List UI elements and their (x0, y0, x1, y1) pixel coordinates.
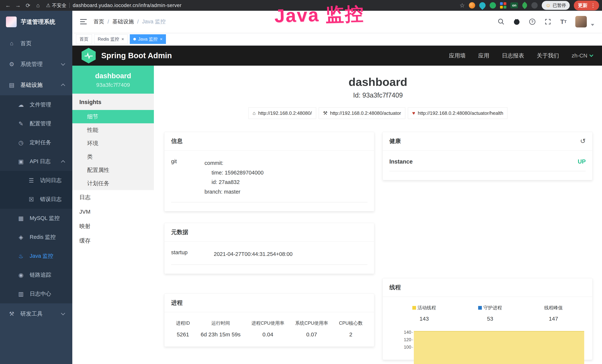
sidebar-item-log-center[interactable]: ▥ 日志中心 (0, 284, 72, 303)
avatar-caret-icon[interactable] (591, 24, 594, 26)
sidebar-item-home[interactable]: ⌂ 首页 (0, 33, 72, 54)
link-url: http://192.168.0.2:48080/ (258, 110, 312, 116)
tab-home[interactable]: 首页 (76, 34, 92, 44)
sba-nav-applications[interactable]: 应用 (478, 52, 489, 60)
health-instance-row[interactable]: Instance UP (389, 158, 586, 171)
info-card: 信息 git commit: time: 1596289704000 id: 2… (164, 132, 374, 211)
tab-java-monitor[interactable]: Java 监控 × (130, 34, 166, 44)
y-tick: 100 (389, 343, 411, 351)
bookmark-star-icon[interactable]: ☆ (460, 2, 465, 9)
browser-home-icon[interactable]: ⌂ (33, 2, 43, 9)
sba-nav-links: 应用墙 应用 日志报表 关于我们 zh-CN (449, 52, 593, 60)
sba-item-config-props[interactable]: 配置属性 (72, 163, 154, 177)
actuator-url-link[interactable]: ⚒ http://192.168.0.2:48080/actuator (319, 107, 405, 119)
sba-nav-wallboard[interactable]: 应用墙 (449, 52, 465, 60)
gear-icon: ⚙ (8, 61, 16, 68)
svg-text:?: ? (531, 20, 534, 24)
profile-paused-badge[interactable]: ☺ 已暂停 (542, 1, 570, 10)
leaf-extension-icon[interactable] (521, 2, 528, 9)
cards-grid: 信息 git commit: time: 1596289704000 id: 2… (154, 132, 602, 360)
legend-daemon-threads: 守护进程 53 (478, 305, 502, 322)
tab-close-icon[interactable]: × (121, 37, 124, 41)
sidebar-item-scheduled-job[interactable]: ◷ 定时任务 (0, 133, 72, 152)
fox-extension-icon[interactable] (469, 2, 475, 9)
sba-item-caches[interactable]: 缓存 (72, 234, 154, 248)
sidebar-item-file-manage[interactable]: ☁ 文件管理 (0, 95, 72, 114)
stat-process-cpu: 进程CPU使用率 0.04 (251, 320, 284, 338)
on-badge-extension-icon[interactable]: on (510, 2, 518, 8)
sba-nav-about[interactable]: 关于我们 (537, 52, 559, 60)
security-label[interactable]: 不安全 (52, 2, 66, 9)
sba-nav-journal[interactable]: 日志报表 (502, 52, 524, 60)
metadata-key: startup (171, 249, 214, 259)
sidebar-item-label: Java 监控 (30, 252, 53, 260)
fullscreen-icon[interactable] (544, 18, 552, 25)
grid-extension-icon[interactable] (500, 2, 506, 9)
stat-label: CPU核心数 (339, 320, 363, 326)
sidebar-item-mysql-monitor[interactable]: ▦ MySQL 监控 (0, 209, 72, 228)
cards-left-column: 信息 git commit: time: 1596289704000 id: 2… (164, 132, 374, 360)
legend-value: 53 (478, 316, 502, 322)
service-url-link[interactable]: ⌂ http://192.168.0.2:48080/ (248, 107, 316, 119)
infra-submenu: ☁ 文件管理 ✎ 配置管理 ◷ 定时任务 ▣ API 日志 ☰ (0, 95, 72, 303)
sba-item-mappings[interactable]: 映射 (72, 219, 154, 234)
instance-title: dashboard (154, 75, 602, 88)
sba-item-details[interactable]: 细节 (72, 110, 154, 123)
sba-item-label: 日志 (79, 193, 90, 201)
sba-item-performance[interactable]: 性能 (72, 123, 154, 137)
sba-brand-title[interactable]: Spring Boot Admin (101, 51, 172, 60)
sidebar-item-config-manage[interactable]: ✎ 配置管理 (0, 114, 72, 133)
link-url: http://192.168.0.2:48080/actuator/health (418, 110, 503, 116)
heart-icon: ♥ (412, 110, 415, 116)
github-icon[interactable] (513, 18, 520, 25)
browser-toolbar: ← → ⟳ ⌂ ⚠ 不安全 dashboard.yudao.iocoder.cn… (0, 0, 602, 11)
drop-extension-icon[interactable] (478, 1, 487, 10)
sidebar-item-redis-monitor[interactable]: ◈ Redis 监控 (0, 228, 72, 247)
font-size-icon[interactable]: TT (560, 18, 567, 25)
sba-item-scheduled-tasks[interactable]: 计划任务 (72, 177, 154, 190)
breadcrumb-home[interactable]: 首页 (93, 18, 104, 25)
history-icon[interactable]: ↺ (580, 138, 586, 144)
tools-icon: ⚒ (8, 310, 16, 317)
sidebar-item-infra[interactable]: ▤ 基础设施 (0, 75, 72, 95)
sba-item-jvm[interactable]: JVM (72, 204, 154, 219)
locale-select[interactable]: zh-CN (572, 53, 593, 59)
sba-item-environment[interactable]: 环境 (72, 137, 154, 150)
card-body: startup 2021-04-27T00:44:31.254+08:00 (164, 242, 374, 274)
tab-close-icon[interactable]: × (160, 37, 162, 41)
forward-icon[interactable]: → (13, 2, 23, 9)
hamburger-icon[interactable] (80, 19, 87, 24)
sba-item-logs[interactable]: 日志 (72, 190, 154, 204)
search-icon[interactable] (497, 18, 505, 25)
address-url[interactable]: dashboard.yudao.iocoder.cn/infra/admin-s… (73, 3, 182, 8)
spring-boot-admin-logo[interactable] (82, 48, 96, 64)
main-layout: 芋道管理系统 ⌂ 首页 ⚙ 系统管理 ▤ 基础设施 ☁ 文件管理 (0, 11, 602, 364)
back-icon[interactable]: ← (3, 2, 13, 9)
sidebar-item-api-log[interactable]: ▣ API 日志 (0, 152, 72, 171)
card-body: 进程ID 5261 运行时间 6d 23h 15m 59s (164, 312, 374, 347)
tab-redis-monitor[interactable]: Redis 监控 × (94, 34, 128, 44)
help-icon[interactable]: ? (528, 18, 536, 25)
sidebar-item-java-monitor[interactable]: ♨ Java 监控 (0, 247, 72, 266)
sidebar-item-trace[interactable]: ◉ 链路追踪 (0, 266, 72, 284)
app-logo[interactable]: 芋道管理系统 (0, 11, 72, 33)
sidebar-item-error-log[interactable]: ☒ 错误日志 (0, 190, 72, 209)
green-extension-icon[interactable] (490, 2, 496, 9)
puzzle-extension-icon[interactable] (531, 2, 538, 9)
health-url-link[interactable]: ♥ http://192.168.0.2:48080/actuator/heal… (408, 107, 507, 119)
kebab-menu-icon[interactable]: ⋮ (591, 2, 596, 9)
sidebar-item-access-log[interactable]: ☰ 访问日志 (0, 171, 72, 190)
user-avatar[interactable] (575, 16, 587, 27)
stat-label: 进程CPU使用率 (251, 320, 284, 326)
instance-subtitle: Id: 93a3fc7f7409 (154, 91, 602, 99)
sba-item-classes[interactable]: 类 (72, 150, 154, 163)
sidebar-item-label: 定时任务 (30, 139, 51, 146)
sidebar-item-system[interactable]: ⚙ 系统管理 (0, 54, 72, 75)
home-icon: ⌂ (253, 110, 256, 116)
browser-update-button[interactable]: 更新 ⋮ (574, 0, 599, 11)
process-card: 进程 进程ID 5261 运行时间 (164, 294, 374, 347)
instance-header[interactable]: dashboard 93a3fc7f7409 (72, 66, 154, 94)
reload-icon[interactable]: ⟳ (23, 2, 33, 9)
breadcrumb-infra[interactable]: 基础设施 (112, 18, 134, 25)
sidebar-item-devtools[interactable]: ⚒ 研发工具 (0, 303, 72, 324)
